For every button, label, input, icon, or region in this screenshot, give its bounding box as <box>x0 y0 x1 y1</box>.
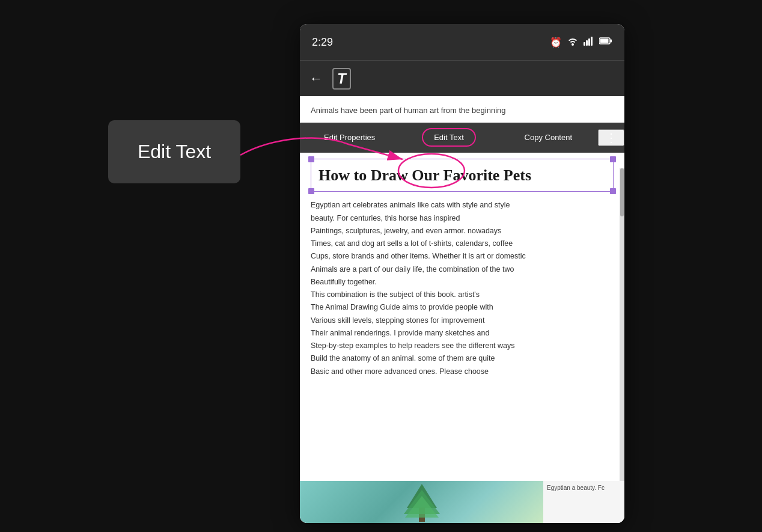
edit-text-active-wrap: Edit Text <box>422 128 476 147</box>
body-paragraph: Step-by-step examples to help readers se… <box>311 340 614 352</box>
phone-frame: 2:29 ⏰ <box>300 24 624 523</box>
svg-rect-6 <box>611 40 612 43</box>
body-paragraph: The Animal Drawing Guide aims to provide… <box>311 301 614 314</box>
handle-top-left <box>308 156 314 162</box>
top-snippet: Animals have been part of human art from… <box>300 96 624 123</box>
tree-illustration <box>386 483 458 522</box>
wifi-icon <box>567 36 579 48</box>
app-logo: T <box>332 68 351 90</box>
body-paragraph: Beautifully together. <box>311 276 614 289</box>
svg-rect-0 <box>584 42 585 46</box>
status-time: 2:29 <box>312 36 333 49</box>
handle-bottom-right <box>610 188 616 194</box>
battery-icon <box>599 37 612 47</box>
body-paragraph: Times, cat and dog art sells a lot of t-… <box>311 237 614 250</box>
scrollbar-thumb[interactable] <box>620 168 624 216</box>
selected-title-text: How to Draw Our Favorite Pets <box>319 165 606 186</box>
body-paragraph: beauty. For centuries, this horse has in… <box>311 212 614 225</box>
bottom-image-area: Egyptian a beauty. Fc <box>300 481 624 523</box>
body-paragraph: Paintings, sculptures, jewelry, and even… <box>311 225 614 237</box>
bottom-image-right: Egyptian a beauty. Fc <box>543 481 624 523</box>
signal-icon <box>584 36 594 48</box>
top-snippet-text: Animals have been part of human art from… <box>311 106 505 115</box>
svg-rect-5 <box>600 39 609 43</box>
svg-rect-2 <box>588 38 590 46</box>
content-area: Animals have been part of human art from… <box>300 96 624 523</box>
bottom-right-text: Egyptian a beauty. Fc <box>547 485 605 491</box>
body-paragraph: Cups, store brands and other items. Whet… <box>311 250 614 263</box>
body-paragraph: Build the anatomy of an animal. some of … <box>311 352 614 365</box>
body-paragraph: This combination is the subject of this … <box>311 289 614 301</box>
selected-title-box[interactable]: How to Draw Our Favorite Pets <box>311 159 614 192</box>
body-paragraph: Their animal renderings. I provide many … <box>311 327 614 340</box>
toolbar: Edit Properties Edit Text Copy Content ⋮ <box>300 123 624 153</box>
body-paragraph: Various skill levels, stepping stones fo… <box>311 314 614 327</box>
status-icons: ⏰ <box>550 36 612 48</box>
more-icon: ⋮ <box>605 130 617 145</box>
copy-content-button[interactable]: Copy Content <box>499 123 598 153</box>
handle-bottom-left <box>308 188 314 194</box>
edit-properties-label: Edit Properties <box>324 133 375 142</box>
annotation-box: Edit Text <box>108 120 240 183</box>
body-paragraph: Animals are a part of our daily life, th… <box>311 263 614 276</box>
edit-properties-button[interactable]: Edit Properties <box>300 123 399 153</box>
annotation-label: Edit Text <box>138 141 211 163</box>
body-paragraph: Egyptian art celebrates animals like cat… <box>311 199 614 212</box>
body-text: Egyptian art celebrates animals like cat… <box>300 197 624 381</box>
scrollbar[interactable] <box>620 168 624 523</box>
bottom-image-left <box>300 481 543 523</box>
handle-top-right <box>610 156 616 162</box>
edit-text-label: Edit Text <box>434 133 464 142</box>
edit-text-button[interactable]: Edit Text <box>399 123 498 153</box>
alarm-icon: ⏰ <box>550 37 562 48</box>
app-bar: ← T <box>300 60 624 96</box>
more-options-button[interactable]: ⋮ <box>598 129 624 146</box>
status-bar: 2:29 ⏰ <box>300 24 624 60</box>
svg-rect-3 <box>591 37 593 46</box>
svg-rect-1 <box>586 40 588 46</box>
body-paragraph: Basic and other more advanced ones. Plea… <box>311 365 614 378</box>
copy-content-label: Copy Content <box>525 133 573 142</box>
back-button[interactable]: ← <box>309 71 323 87</box>
